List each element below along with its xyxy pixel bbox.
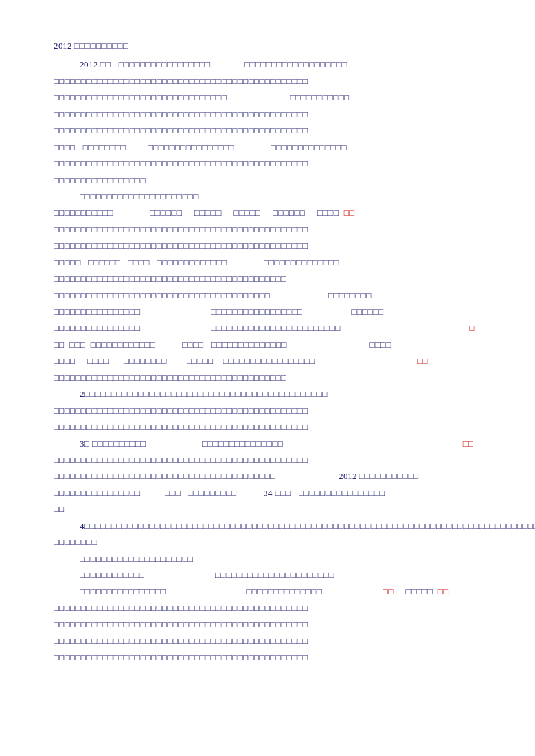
body-line-4: □□□□□□□□□□□□□□□□□□□□□□□□□□□□□□□□□□□□□□□□… (54, 124, 481, 137)
s4-indent-1: □□□□□□□□□□□□□□□□□□□□□ (80, 552, 481, 566)
s1-body-10: □□□□ □□□□ □□□□□□□□ □□□□□ □□□□□□□□□□□□□□□… (54, 354, 481, 368)
body-line-3: □□□□□□□□□□□□□□□□□□□□□□□□□□□□□□□□□□□□□□□□… (54, 107, 481, 121)
s4-body-2: □□□□□□□□□□□□□□□□□□□□□□□□□□□□□□□□□□□□□□□□… (54, 617, 481, 631)
s4-indent-3: □□□□□□□□□□□□□□□□ □□□□□□□□□□□□□□ □□ □□□□□… (80, 584, 481, 598)
section4-heading-text: 4□□□□□□□□□□□□□□□□□□□□□□□□□□□□□□□□□□□□□□□… (80, 519, 481, 533)
section1-heading: □□□□□□□□□□□□□□□□□□□□□□ (54, 190, 481, 203)
s3-body-2: □□□□□□□□□□□□□□□□□□□□□□□□□□□□□□□□□□□□□□□□… (54, 469, 481, 483)
body-line-5: □□□□ □□□□□□□□ □□□□□□□□□□□□□□□□ □□□□□□□□□… (54, 140, 481, 154)
s4-body-1: □□□□□□□□□□□□□□□□□□□□□□□□□□□□□□□□□□□□□□□□… (54, 601, 481, 615)
body-line-2: □□□□□□□□□□□□□□□□□□□□□□□□□□□□□□□□ □□□□□□□… (54, 91, 481, 104)
intro-line-1: 2012 □□ □□□□□□□□□□□□□□□□□ □□□□□□□□□□□□□□… (80, 58, 481, 71)
section3-heading-text: 3□ □□□□□□□□□□ □□□□□□□□□□□□□□□ □□ (80, 437, 481, 450)
s4-body-4: □□□□□□□□□□□□□□□□□□□□□□□□□□□□□□□□□□□□□□□□… (54, 650, 481, 664)
s1-body-7: □□□□□□□□□□□□□□□□ □□□□□□□□□□□□□□□□□ □□□□□… (54, 305, 481, 318)
s3-body-4: □□ (54, 502, 481, 516)
s4-subheading: □□□□□□□□ (54, 535, 481, 549)
s1-body-3: □□□□□□□□□□□□□□□□□□□□□□□□□□□□□□□□□□□□□□□□… (54, 239, 481, 252)
s4-indent-2: □□□□□□□□□□□□ □□□□□□□□□□□□□□□□□□□□□□ (80, 568, 481, 582)
s1-body-5: □□□□□□□□□□□□□□□□□□□□□□□□□□□□□□□□□□□□□□□□… (54, 272, 481, 285)
s1-body-9: □□ □□□ □□□□□□□□□□□□ □□□□ □□□□□□□□□□□□□□ … (54, 338, 481, 351)
document-title: 2012 □□□□□□□□□□ (54, 39, 481, 52)
document-container: 2012 □□□□□□□□□□ 2012 □□ □□□□□□□□□□□□□□□□… (54, 39, 481, 665)
s1-body-1: □□□□□□□□□□□ □□□□□□ □□□□□ □□□□□ □□□□□□ □□… (54, 206, 481, 219)
section3-heading: 3□ □□□□□□□□□□ □□□□□□□□□□□□□□□ □□ (54, 437, 481, 450)
s1-body-4: □□□□□ □□□□□□ □□□□ □□□□□□□□□□□□□ □□□□□□□□… (54, 256, 481, 269)
s2-body-1: □□□□□□□□□□□□□□□□□□□□□□□□□□□□□□□□□□□□□□□□… (54, 404, 481, 417)
s1-body-8: □□□□□□□□□□□□□□□□ □□□□□□□□□□□□□□□□□□□□□□□… (54, 321, 481, 335)
section1-heading-text: □□□□□□□□□□□□□□□□□□□□□□ (80, 190, 481, 203)
section2-heading-text: 2□□□□□□□□□□□□□□□□□□□□□□□□□□□□□□□□□□□□□□□… (80, 387, 481, 401)
s4-body-3: □□□□□□□□□□□□□□□□□□□□□□□□□□□□□□□□□□□□□□□□… (54, 634, 481, 648)
s3-body-3: □□□□□□□□□□□□□□□□ □□□ □□□□□□□□□ 34 □□□ □□… (54, 486, 481, 500)
s1-body-2: □□□□□□□□□□□□□□□□□□□□□□□□□□□□□□□□□□□□□□□□… (54, 223, 481, 236)
intro-section: 2012 □□ □□□□□□□□□□□□□□□□□ □□□□□□□□□□□□□□… (54, 58, 481, 71)
body-line-7: □□□□□□□□□□□□□□□□□ (54, 173, 481, 187)
s1-body-11: □□□□□□□□□□□□□□□□□□□□□□□□□□□□□□□□□□□□□□□□… (54, 371, 481, 384)
section4-heading: 4□□□□□□□□□□□□□□□□□□□□□□□□□□□□□□□□□□□□□□□… (54, 519, 481, 533)
s2-body-2: □□□□□□□□□□□□□□□□□□□□□□□□□□□□□□□□□□□□□□□□… (54, 420, 481, 434)
s1-body-6: □□□□□□□□□□□□□□□□□□□□□□□□□□□□□□□□□□□□□□□□… (54, 289, 481, 302)
body-line-6: □□□□□□□□□□□□□□□□□□□□□□□□□□□□□□□□□□□□□□□□… (54, 157, 481, 170)
body-line-1: □□□□□□□□□□□□□□□□□□□□□□□□□□□□□□□□□□□□□□□□… (54, 74, 481, 88)
section2-heading: 2□□□□□□□□□□□□□□□□□□□□□□□□□□□□□□□□□□□□□□□… (54, 387, 481, 401)
s3-body-1: □□□□□□□□□□□□□□□□□□□□□□□□□□□□□□□□□□□□□□□□… (54, 453, 481, 467)
s4-indent-section: □□□□□□□□□□□□□□□□□□□□□ □□□□□□□□□□□□ □□□□□… (54, 552, 481, 599)
